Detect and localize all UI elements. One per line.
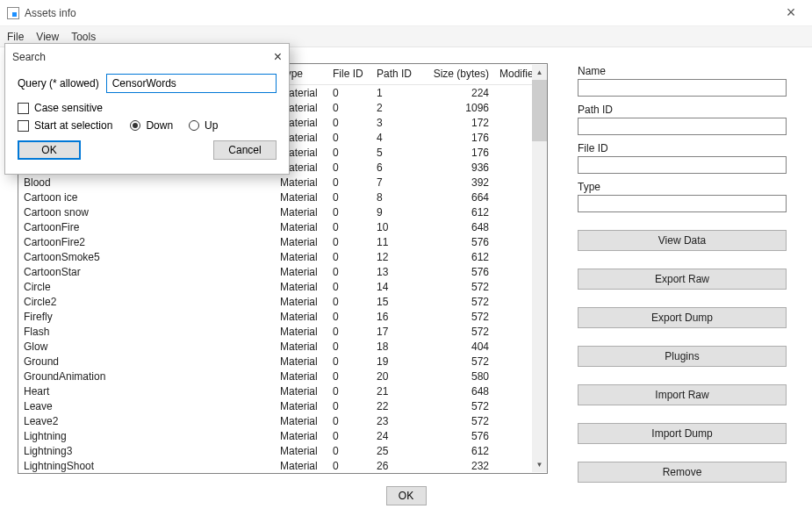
scroll-up-icon[interactable]: ▲	[532, 65, 547, 80]
cell-file-id: 0	[327, 400, 371, 412]
cell-file-id: 0	[327, 340, 371, 353]
cell-name: LightningShoot	[18, 460, 275, 472]
search-close-icon[interactable]: ×	[274, 49, 282, 65]
cell-path-id: 5	[371, 147, 424, 159]
cell-type: Material	[275, 445, 327, 457]
export-raw-button[interactable]: Export Raw	[578, 269, 787, 290]
cell-file-id: 0	[327, 415, 371, 427]
cell-path-id: 23	[371, 415, 424, 427]
import-dump-button[interactable]: Import Dump	[578, 423, 787, 444]
scroll-down-icon[interactable]: ▼	[532, 457, 547, 472]
cell-size: 392	[424, 176, 494, 189]
scrollbar[interactable]: ▲ ▼	[532, 65, 547, 472]
table-row[interactable]: LightningShootMaterial026232	[18, 458, 547, 473]
down-radio[interactable]	[130, 120, 140, 131]
cell-file-id: 0	[327, 206, 371, 219]
cell-name: GroundAnimation	[18, 370, 275, 383]
cell-type: Material	[275, 206, 327, 219]
cell-size: 232	[424, 460, 494, 472]
table-row[interactable]: Circle2Material015572	[18, 294, 547, 309]
cell-name: Flash	[18, 326, 275, 338]
cell-name: Firefly	[18, 311, 275, 323]
cell-size: 172	[424, 117, 494, 129]
cell-path-id: 10	[371, 221, 424, 233]
cell-name: Cartoon snow	[18, 206, 275, 219]
cell-size: 612	[424, 251, 494, 263]
cell-path-id: 2	[371, 102, 424, 114]
cell-file-id: 0	[327, 355, 371, 368]
col-size[interactable]: Size (bytes)	[424, 64, 494, 84]
path-id-field[interactable]	[578, 118, 787, 135]
col-file-id[interactable]: File ID	[327, 64, 371, 84]
menu-view[interactable]: View	[36, 31, 59, 43]
table-row[interactable]: CircleMaterial014572	[18, 279, 547, 294]
table-row[interactable]: HeartMaterial021648	[18, 383, 547, 398]
import-raw-button[interactable]: Import Raw	[578, 384, 787, 405]
cell-name: Leave2	[18, 415, 275, 427]
table-row[interactable]: GroundMaterial019572	[18, 354, 547, 369]
table-row[interactable]: BloodMaterial07392	[18, 175, 547, 190]
cell-name: Lightning	[18, 430, 275, 442]
cell-size: 572	[424, 355, 494, 368]
table-row[interactable]: FireflyMaterial016572	[18, 309, 547, 324]
type-field[interactable]	[578, 195, 787, 212]
table-row[interactable]: Leave2Material023572	[18, 413, 547, 428]
cell-file-id: 0	[327, 266, 371, 278]
cell-size: 664	[424, 191, 494, 204]
cell-type: Material	[275, 415, 327, 427]
table-row[interactable]: CartoonSmoke5Material012612	[18, 249, 547, 264]
search-cancel-button[interactable]: Cancel	[213, 140, 277, 160]
view-data-button[interactable]: View Data	[578, 230, 787, 251]
cell-size: 572	[424, 296, 494, 308]
cell-path-id: 17	[371, 326, 424, 338]
col-modified[interactable]: Modified	[494, 64, 533, 84]
cell-file-id: 0	[327, 385, 371, 398]
file-id-field[interactable]	[578, 156, 787, 174]
label-name: Name	[578, 65, 787, 77]
table-row[interactable]: GlowMaterial018404	[18, 339, 547, 354]
table-row[interactable]: GroundAnimationMaterial020580	[18, 369, 547, 383]
table-row[interactable]: FlashMaterial017572	[18, 324, 547, 339]
table-row[interactable]: LightningMaterial024576	[18, 428, 547, 443]
cell-type: Material	[275, 251, 327, 263]
name-field[interactable]	[578, 79, 787, 97]
cell-file-id: 0	[327, 176, 371, 189]
case-sensitive-checkbox[interactable]	[18, 103, 29, 114]
side-panel: Name Path ID File ID Type View Data Expo…	[578, 63, 787, 505]
table-row[interactable]: Cartoon snowMaterial09612	[18, 204, 547, 219]
cell-file-id: 0	[327, 430, 371, 442]
search-ok-button[interactable]: OK	[18, 140, 81, 160]
cell-path-id: 22	[371, 400, 424, 412]
table-row[interactable]: CartoonFireMaterial010648	[18, 219, 547, 234]
table-row[interactable]: LeaveMaterial022572	[18, 398, 547, 413]
table-row[interactable]: Cartoon iceMaterial08664	[18, 190, 547, 204]
cell-size: 572	[424, 281, 494, 293]
scroll-thumb[interactable]	[532, 80, 547, 141]
query-input[interactable]	[106, 74, 277, 93]
table-row[interactable]: CartoonStarMaterial013576	[18, 264, 547, 279]
cell-path-id: 14	[371, 281, 424, 293]
cell-file-id: 0	[327, 132, 371, 144]
start-at-selection-checkbox[interactable]	[18, 120, 29, 132]
cell-name: Leave	[18, 400, 275, 412]
up-radio[interactable]	[189, 120, 199, 131]
menu-tools[interactable]: Tools	[71, 31, 96, 43]
cell-name: Circle	[18, 281, 275, 293]
cell-file-id: 0	[327, 296, 371, 308]
cell-path-id: 16	[371, 311, 424, 323]
cell-size: 572	[424, 311, 494, 323]
ok-button[interactable]: OK	[386, 486, 427, 505]
title-bar: Assets info ×	[0, 0, 812, 26]
export-dump-button[interactable]: Export Dump	[578, 307, 787, 328]
table-row[interactable]: CartoonFire2Material011576	[18, 234, 547, 249]
col-path-id[interactable]: Path ID	[371, 64, 424, 84]
cell-file-id: 0	[327, 161, 371, 174]
cell-size: 176	[424, 147, 494, 159]
table-row[interactable]: Lightning3Material025612	[18, 443, 547, 458]
remove-button[interactable]: Remove	[578, 462, 787, 483]
close-icon[interactable]: ×	[773, 4, 808, 22]
cell-type: Material	[275, 370, 327, 383]
menu-file[interactable]: File	[7, 31, 24, 43]
plugins-button[interactable]: Plugins	[578, 346, 787, 367]
case-sensitive-label: Case sensitive	[34, 102, 103, 114]
